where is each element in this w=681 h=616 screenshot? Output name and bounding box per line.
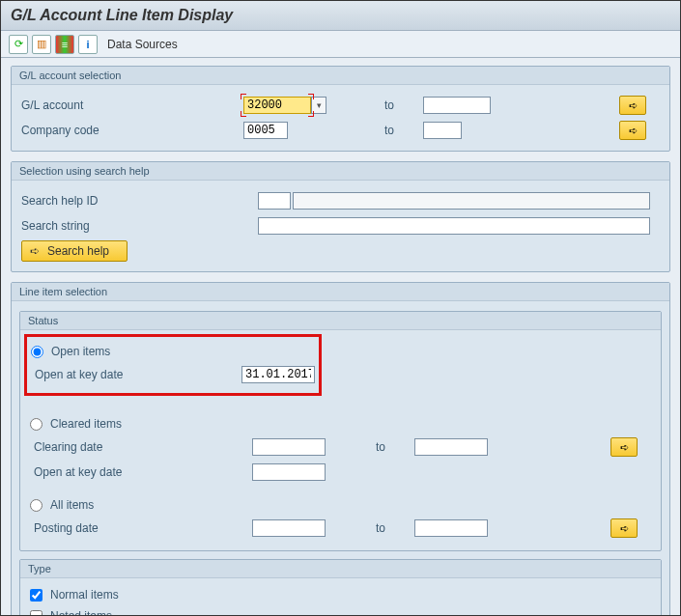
open-items-radio[interactable] <box>31 346 43 358</box>
open-key-date-input[interactable] <box>241 366 315 383</box>
cleared-open-key-input[interactable] <box>252 463 326 481</box>
clearing-date-from-input[interactable] <box>252 438 326 456</box>
all-items-radio[interactable] <box>30 499 43 512</box>
open-items-label: Open items <box>51 345 110 358</box>
search-string-input[interactable] <box>258 217 650 235</box>
search-help-id-input[interactable] <box>258 192 291 210</box>
company-code-label: Company code <box>21 124 243 137</box>
gl-account-to-label: to <box>384 98 423 112</box>
clearing-date-to-label: to <box>376 440 414 454</box>
posting-date-label: Posting date <box>30 521 252 535</box>
page-title: G/L Account Line Item Display <box>1 1 680 31</box>
cleared-items-radio[interactable] <box>30 418 43 431</box>
clearing-date-to-input[interactable] <box>414 438 488 456</box>
gl-account-range-button[interactable]: ➪ <box>619 96 646 115</box>
noted-items-checkbox[interactable] <box>30 610 43 617</box>
company-code-to-label: to <box>384 124 423 137</box>
search-string-label: Search string <box>21 219 258 233</box>
posting-date-to-input[interactable] <box>414 519 488 537</box>
all-items-label: All items <box>50 498 94 512</box>
search-help-button-label: Search help <box>47 244 109 258</box>
normal-items-label: Normal items <box>50 588 119 602</box>
search-help-button[interactable]: ➪ Search help <box>21 240 128 262</box>
highlight-open-items: Open items Open at key date <box>24 334 322 396</box>
cleared-items-label: Cleared items <box>50 417 122 431</box>
variant-icon[interactable]: ▥ <box>32 35 51 54</box>
gl-account-selection-title: G/L account selection <box>12 67 669 85</box>
execute-icon[interactable]: ⟳ <box>9 35 28 54</box>
open-key-date-label: Open at key date <box>31 368 241 381</box>
line-item-selection-title: Line item selection <box>12 283 669 301</box>
gl-account-from-input[interactable] <box>243 97 311 114</box>
status-title: Status <box>20 312 661 330</box>
gl-account-selection-group: G/L account selection G/L account ▾ to ➪… <box>11 66 670 152</box>
company-code-to-input[interactable] <box>423 122 462 139</box>
arrow-right-icon: ➪ <box>30 244 40 258</box>
posting-date-range-button[interactable]: ➪ <box>610 518 638 538</box>
line-item-selection-group: Line item selection Status Open items Op… <box>11 282 670 616</box>
cleared-open-key-label: Open at key date <box>30 465 252 479</box>
select-icon[interactable]: ≡ <box>55 35 74 54</box>
info-icon[interactable]: i <box>78 35 98 54</box>
search-help-group: Selection using search help Search help … <box>11 161 670 272</box>
data-sources-label[interactable]: Data Sources <box>107 38 178 51</box>
toolbar: ⟳ ▥ ≡ i Data Sources <box>1 31 680 58</box>
search-help-id-desc <box>293 192 650 210</box>
type-group: Type Normal items Noted items Parked ite… <box>19 559 662 616</box>
normal-items-checkbox[interactable] <box>30 589 43 602</box>
search-help-id-label: Search help ID <box>21 194 258 208</box>
posting-date-from-input[interactable] <box>252 519 326 537</box>
company-code-range-button[interactable]: ➪ <box>619 121 646 140</box>
gl-account-label: G/L account <box>21 98 243 112</box>
gl-account-to-input[interactable] <box>423 97 491 114</box>
company-code-from-input[interactable] <box>243 122 288 139</box>
type-title: Type <box>20 560 661 578</box>
noted-items-label: Noted items <box>50 609 112 616</box>
status-group: Status Open items Open at key date <box>19 311 662 551</box>
posting-date-to-label: to <box>376 521 414 535</box>
clearing-date-label: Clearing date <box>30 440 252 454</box>
clearing-date-range-button[interactable]: ➪ <box>610 437 638 457</box>
search-help-title: Selection using search help <box>12 162 669 181</box>
